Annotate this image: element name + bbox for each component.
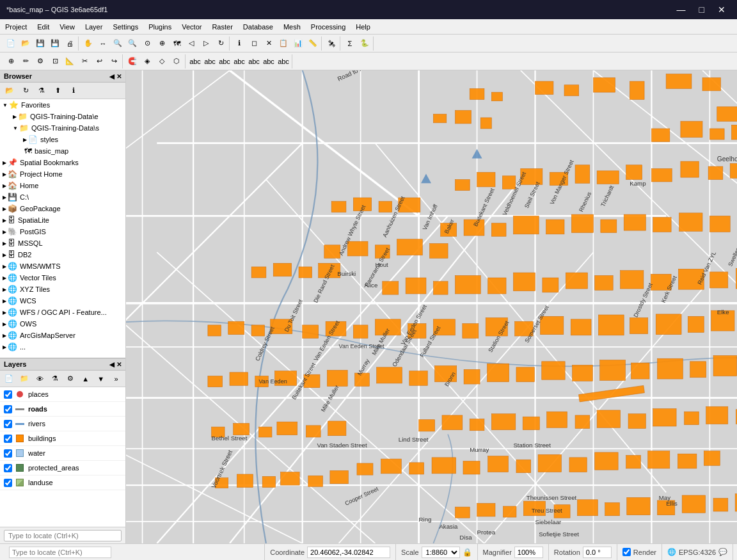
tree-item-home[interactable]: ▶ 🏠 Home bbox=[0, 180, 125, 191]
locate-input[interactable] bbox=[4, 530, 122, 541]
digitize-btn3[interactable]: ⚙ bbox=[33, 54, 47, 68]
edge-btn[interactable]: ◇ bbox=[155, 54, 169, 68]
zoom-next-btn[interactable]: ▷ bbox=[199, 36, 213, 51]
layers-more-btn[interactable]: » bbox=[109, 372, 123, 386]
render-checkbox[interactable] bbox=[622, 548, 631, 556]
label-btn4[interactable]: abc bbox=[232, 54, 246, 68]
tree-item-wcs[interactable]: ▶ 🌐 WCS bbox=[0, 295, 125, 307]
browser-collapse-tree-btn[interactable]: ⬆ bbox=[51, 84, 65, 98]
tree-item-wms[interactable]: ▶ 🌐 WMS/WMTS bbox=[0, 260, 125, 272]
tree-item-ows[interactable]: ▶ 🌐 OWS bbox=[0, 318, 125, 330]
label-btn7[interactable]: abc bbox=[276, 54, 290, 68]
tree-item-mssql[interactable]: ▶ 🗄 MSSQL bbox=[0, 237, 125, 249]
pan-btn[interactable]: ✋ bbox=[81, 36, 95, 51]
layers-add-btn[interactable]: 📄 bbox=[3, 372, 16, 386]
tree-item-favorites[interactable]: ▼ ⭐ Favorites bbox=[0, 99, 125, 111]
maximize-btn[interactable]: □ bbox=[694, 3, 709, 16]
zoom-in-btn[interactable]: 🔍 bbox=[111, 36, 125, 51]
layer-item-buildings[interactable]: buildings bbox=[0, 431, 125, 446]
digitize-btn4[interactable]: ⊡ bbox=[48, 54, 62, 68]
layer-checkbox-protected-areas[interactable] bbox=[4, 464, 12, 472]
layer-checkbox-rivers[interactable] bbox=[4, 420, 12, 428]
browser-info-btn[interactable]: ℹ bbox=[67, 84, 81, 98]
layer-checkbox-places[interactable] bbox=[4, 390, 12, 399]
digitize-btn2[interactable]: ✏ bbox=[19, 54, 33, 68]
tree-item-styles[interactable]: ▶ 📄 styles bbox=[0, 134, 125, 145]
zoom-out-btn[interactable]: 🔍 bbox=[125, 36, 139, 51]
select-btn[interactable]: ◻ bbox=[247, 36, 261, 51]
layers-manage-btn[interactable]: 👁 bbox=[33, 372, 47, 386]
menu-project[interactable]: Project bbox=[0, 22, 32, 32]
digitize-btn5[interactable]: 📐 bbox=[63, 54, 77, 68]
gps-btn[interactable]: 🛰 bbox=[324, 36, 338, 51]
tree-item-more[interactable]: ▶ 🌐 ... bbox=[0, 341, 125, 353]
browser-collapse-btn[interactable]: ◀ bbox=[109, 73, 115, 80]
layer-checkbox-roads[interactable] bbox=[4, 405, 12, 413]
magnifier-value[interactable] bbox=[514, 547, 543, 558]
layer-item-landuse[interactable]: landuse bbox=[0, 476, 125, 490]
locate-status-input[interactable] bbox=[9, 547, 111, 558]
open-project-btn[interactable]: 📂 bbox=[19, 36, 33, 51]
coordinate-value[interactable] bbox=[307, 547, 390, 558]
menu-help[interactable]: Help bbox=[351, 22, 376, 32]
layer-checkbox-water[interactable] bbox=[4, 449, 12, 458]
digitize-btn8[interactable]: ↪ bbox=[107, 54, 121, 68]
layers-move-up-btn[interactable]: ▲ bbox=[79, 372, 92, 386]
digitize-btn1[interactable]: ⊕ bbox=[4, 54, 18, 68]
deselect-btn[interactable]: ✕ bbox=[262, 36, 276, 51]
tree-item-arcgis[interactable]: ▶ 🌐 ArcGisMapServer bbox=[0, 330, 125, 341]
statistical-btn[interactable]: 📊 bbox=[291, 36, 305, 51]
close-btn[interactable]: ✕ bbox=[713, 3, 731, 16]
layers-collapse-btn[interactable]: ◀ bbox=[109, 361, 115, 368]
label-btn3[interactable]: abc bbox=[218, 54, 232, 68]
browser-filter-btn[interactable]: ⚗ bbox=[35, 84, 49, 98]
layers-close-btn[interactable]: ✕ bbox=[116, 361, 122, 368]
menu-settings[interactable]: Settings bbox=[107, 22, 143, 32]
tree-item-spatialite[interactable]: ▶ 🗄 SpatiaLite bbox=[0, 214, 125, 226]
tree-item-basic-map[interactable]: 🗺 basic_map bbox=[0, 145, 125, 157]
minimize-btn[interactable]: — bbox=[672, 3, 691, 16]
layer-item-protected-areas[interactable]: protected_areas bbox=[0, 461, 125, 476]
label-btn1[interactable]: abc bbox=[188, 54, 202, 68]
label-btn6[interactable]: abc bbox=[262, 54, 276, 68]
tree-item-db2[interactable]: ▶ 🗄 DB2 bbox=[0, 249, 125, 260]
browser-add-btn[interactable]: 📂 bbox=[3, 84, 17, 98]
browser-close-btn[interactable]: ✕ bbox=[116, 73, 122, 80]
crs-section[interactable]: 🌐 EPSG:4326 💬 bbox=[662, 544, 733, 560]
layers-style-btn[interactable]: ⚙ bbox=[64, 372, 77, 386]
pan-to-selection-btn[interactable]: ↔ bbox=[96, 36, 110, 51]
layers-add-group-btn[interactable]: 📁 bbox=[18, 372, 31, 386]
zoom-last-btn[interactable]: ◁ bbox=[184, 36, 198, 51]
menu-layer[interactable]: Layer bbox=[80, 22, 108, 32]
layer-item-places[interactable]: places bbox=[0, 387, 125, 402]
label-btn5[interactable]: abc bbox=[247, 54, 261, 68]
tree-item-qgis-data2[interactable]: ▼ 📁 QGIS-Training-Data\s bbox=[0, 122, 125, 134]
save-project-btn[interactable]: 💾 bbox=[33, 36, 47, 51]
tree-item-wfs[interactable]: ▶ 🌐 WFS / OGC API - Feature... bbox=[0, 307, 125, 318]
map-area[interactable]: Road to Marloth Nature Reserve Panorama … bbox=[126, 70, 737, 543]
save-as-btn[interactable]: 💾 bbox=[48, 36, 62, 51]
tree-item-geopackage[interactable]: ▶ 📦 GeoPackage bbox=[0, 203, 125, 214]
menu-raster[interactable]: Raster bbox=[207, 22, 237, 32]
scale-lock-icon[interactable]: 🔒 bbox=[463, 548, 472, 557]
menu-edit[interactable]: Edit bbox=[32, 22, 54, 32]
digitize-btn7[interactable]: ↩ bbox=[92, 54, 106, 68]
browser-refresh-btn[interactable]: ↻ bbox=[19, 84, 33, 98]
menu-mesh[interactable]: Mesh bbox=[278, 22, 306, 32]
field-calc-btn[interactable]: Σ bbox=[343, 36, 357, 51]
tree-item-c[interactable]: ▶ 💾 C:\ bbox=[0, 191, 125, 203]
identify-btn[interactable]: ℹ bbox=[232, 36, 246, 51]
scale-dropdown[interactable]: 1:8860 bbox=[422, 547, 460, 558]
print-btn[interactable]: 🖨 bbox=[63, 36, 77, 51]
label-btn2[interactable]: abc bbox=[203, 54, 217, 68]
measure-btn[interactable]: 📏 bbox=[306, 36, 320, 51]
vertex-btn[interactable]: ◈ bbox=[140, 54, 154, 68]
layer-item-roads[interactable]: roads bbox=[0, 402, 125, 417]
tree-item-postgis[interactable]: ▶ 🐘 PostGIS bbox=[0, 226, 125, 237]
layer-item-water[interactable]: water bbox=[0, 446, 125, 461]
digitize-btn6[interactable]: ✂ bbox=[77, 54, 91, 68]
tree-item-qgis-data1[interactable]: ▶ 📁 QGIS-Training-Data\e bbox=[0, 111, 125, 122]
layer-item-rivers[interactable]: rivers bbox=[0, 417, 125, 431]
snapping-btn[interactable]: 🧲 bbox=[125, 54, 139, 68]
menu-vector[interactable]: Vector bbox=[177, 22, 207, 32]
